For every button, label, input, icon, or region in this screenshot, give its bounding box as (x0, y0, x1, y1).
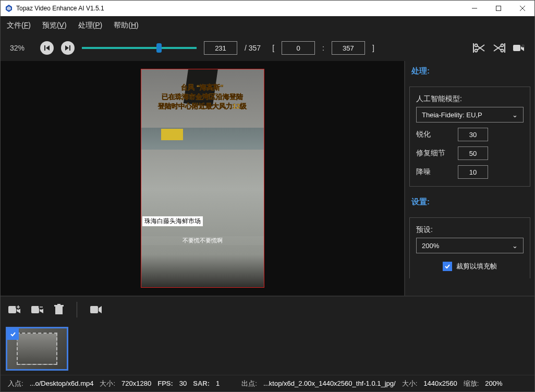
close-icon (520, 6, 525, 11)
set-out-point-button[interactable] (493, 43, 505, 53)
camera-icon (90, 305, 102, 314)
status-fps-value: 30 (179, 379, 187, 387)
menu-process[interactable]: 处理(P) (78, 21, 103, 30)
status-fps-label: FPS: (157, 379, 173, 387)
svg-rect-1 (496, 6, 501, 11)
menu-help[interactable]: 帮助(H) (114, 21, 138, 30)
timeline-slider[interactable] (82, 41, 197, 55)
process-section-title: 处理: (405, 61, 534, 81)
record-button[interactable] (513, 43, 525, 53)
status-size-in-label: 大小: (100, 379, 115, 388)
window-titlebar: Topaz Video Enhance AI V1.5.1 (1, 1, 534, 16)
process-section: 人工智能模型: Theia-Fidelity: EU,P ⌄ 锐化 30 修复细… (409, 87, 530, 187)
slider-handle[interactable] (156, 43, 162, 53)
scene-building (141, 128, 264, 150)
svg-point-20 (521, 44, 525, 47)
scene-sign (161, 129, 183, 140)
menu-preview[interactable]: 预览(V) (42, 21, 67, 30)
svg-line-10 (477, 46, 484, 51)
delete-button[interactable] (54, 304, 64, 315)
camera-minus-icon (31, 304, 44, 315)
detail-input[interactable]: 50 (458, 146, 488, 160)
menu-file[interactable]: 文件(F) (7, 21, 31, 30)
svg-rect-26 (31, 306, 39, 313)
svg-rect-32 (57, 304, 60, 305)
video-viewer: 台风 “海高斯” 已在珠海市金湾区沿海登陆 登陆时中心附近最大风力12级 珠海白… (1, 61, 404, 296)
status-in-label: 入点: (8, 379, 23, 388)
status-sar-value: 1 (216, 379, 220, 387)
video-frame[interactable]: 台风 “海高斯” 已在珠海市金湾区沿海登陆 登陆时中心附近最大风力12级 珠海白… (141, 69, 264, 288)
camera-plus-icon (8, 304, 21, 315)
range-colon: : (322, 44, 324, 52)
maximize-button[interactable] (487, 1, 510, 16)
svg-rect-21 (8, 306, 16, 313)
next-frame-button[interactable] (61, 41, 75, 55)
check-icon (444, 263, 451, 270)
chevron-down-icon: ⌄ (512, 242, 518, 250)
current-frame-input[interactable]: 231 (204, 41, 237, 55)
denoise-input[interactable]: 10 (458, 165, 488, 179)
check-icon (10, 331, 16, 337)
overlay-line3: 登陆时中心附近最大风力12级 (141, 102, 264, 111)
trash-icon (54, 304, 64, 315)
overlay-location: 珠海白藤头海鲜市场 (142, 216, 203, 226)
status-bar: 入点: ...o/Desktop/x6d.mp4 大小: 720x1280 FP… (1, 375, 534, 391)
svg-rect-33 (90, 306, 98, 313)
preset-select[interactable]: 200% ⌄ (416, 238, 524, 253)
bracket-open: [ (272, 44, 274, 52)
status-size-out-value: 1440x2560 (423, 379, 457, 387)
status-size-in-value: 720x1280 (121, 379, 151, 387)
crop-label: 裁剪以填充帧 (456, 262, 497, 271)
skip-forward-icon (65, 45, 71, 51)
video-thumbnail[interactable] (6, 327, 68, 371)
svg-marker-6 (65, 45, 69, 51)
ai-model-select[interactable]: Theia-Fidelity: EU,P ⌄ (416, 107, 524, 123)
chevron-down-icon: ⌄ (512, 111, 518, 119)
zoom-percent: 32% (10, 44, 33, 52)
thumbnail-checkbox[interactable] (7, 328, 19, 340)
sharpen-label: 锐化 (416, 130, 452, 139)
sharpen-input[interactable]: 30 (458, 128, 488, 141)
status-in-value: ...o/Desktop/x6d.mp4 (30, 379, 94, 387)
svg-rect-17 (504, 43, 505, 53)
bottom-toolbar (1, 296, 534, 323)
minimize-button[interactable] (463, 1, 487, 16)
detail-label: 修复细节 (416, 149, 452, 158)
toolbar-separator (77, 302, 77, 317)
overlay-line2: 已在珠海市金湾区沿海登陆 (141, 92, 264, 101)
overlay-line1: 台风 “海高斯” (141, 83, 264, 92)
svg-marker-34 (99, 306, 102, 313)
svg-rect-7 (69, 45, 70, 51)
skip-back-icon (44, 45, 50, 51)
control-bar: 32% 231 / 357 [ 0 : 357 ] (1, 35, 534, 61)
thumbnail-preview (17, 333, 57, 365)
status-scale-label: 缩放: (464, 379, 479, 388)
svg-marker-5 (46, 45, 50, 51)
prev-frame-button[interactable] (40, 41, 54, 55)
status-out-value: ...ktop/x6d_2.00x_1440x2560_thf-1.0.1_jp… (263, 379, 396, 387)
svg-line-11 (477, 45, 484, 50)
maximize-icon (496, 6, 501, 11)
scissors-in-icon (473, 43, 485, 53)
crop-checkbox[interactable] (443, 262, 452, 271)
overlay-subtitle: 不要慌不要慌啊 (141, 236, 264, 245)
status-scale-value: 200% (485, 379, 502, 387)
status-out-label: 出点: (241, 379, 257, 388)
scissors-out-icon (493, 43, 505, 53)
preset-label: 预设: (416, 225, 524, 235)
svg-rect-31 (54, 305, 64, 307)
right-panel: 处理: 人工智能模型: Theia-Fidelity: EU,P ⌄ 锐化 30… (404, 61, 534, 296)
out-point-input[interactable]: 357 (332, 41, 365, 55)
status-size-out-label: 大小: (402, 379, 418, 388)
svg-rect-18 (513, 45, 520, 51)
remove-video-button[interactable] (31, 304, 44, 315)
camera-rec-icon (513, 43, 525, 53)
set-in-point-button[interactable] (473, 43, 485, 53)
add-video-button[interactable] (8, 304, 21, 315)
svg-rect-30 (55, 307, 63, 314)
slider-track (82, 47, 197, 49)
process-video-button[interactable] (90, 305, 102, 314)
ai-model-value: Theia-Fidelity: EU,P (422, 111, 482, 119)
close-button[interactable] (510, 1, 534, 16)
in-point-input[interactable]: 0 (282, 41, 315, 55)
